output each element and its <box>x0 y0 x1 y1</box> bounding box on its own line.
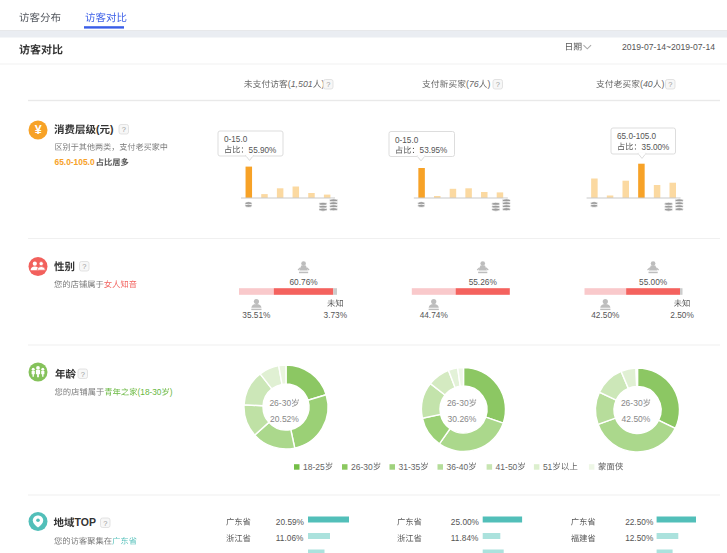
svg-text:(18-30: (18-30 <box>138 387 162 397</box>
svg-text:30.26%: 30.26% <box>448 414 477 424</box>
svg-text:20.52%: 20.52% <box>270 414 299 424</box>
svg-text:36-40: 36-40 <box>447 462 469 472</box>
svg-text:40: 40 <box>643 79 653 89</box>
svg-text:41-50: 41-50 <box>496 462 518 472</box>
svg-text:65.0-105.0: 65.0-105.0 <box>617 132 657 141</box>
svg-text:?: ? <box>103 519 107 528</box>
svg-text:0-15.0: 0-15.0 <box>224 135 248 144</box>
svg-text:26-30: 26-30 <box>621 398 643 408</box>
svg-text:22.50%: 22.50% <box>625 517 654 527</box>
svg-text:): ) <box>662 79 665 89</box>
svg-text:35.00%: 35.00% <box>642 143 670 152</box>
svg-text:11.84%: 11.84% <box>451 533 479 543</box>
svg-text:76: 76 <box>469 79 479 89</box>
svg-text:65.0-105.0: 65.0-105.0 <box>55 157 95 167</box>
svg-text:51: 51 <box>543 462 553 472</box>
svg-text:42.50%: 42.50% <box>591 310 620 320</box>
svg-text:1,501: 1,501 <box>291 79 313 89</box>
svg-text:2019-07-14~2019-07-14: 2019-07-14~2019-07-14 <box>622 42 715 52</box>
svg-text:): ) <box>170 387 173 397</box>
svg-text:12.50%: 12.50% <box>625 533 654 543</box>
svg-text:26-30: 26-30 <box>447 398 469 408</box>
svg-text:11.06%: 11.06% <box>276 533 304 543</box>
svg-text:31-35: 31-35 <box>399 462 421 472</box>
svg-text:?: ? <box>82 262 86 271</box>
svg-text:?: ? <box>496 80 500 89</box>
svg-text:55.90%: 55.90% <box>249 146 277 155</box>
svg-text:): ) <box>110 123 114 135</box>
svg-text:0-15.0: 0-15.0 <box>395 136 419 145</box>
svg-text:2.50%: 2.50% <box>670 310 694 320</box>
svg-text:26-30: 26-30 <box>351 462 373 472</box>
svg-text:25.00%: 25.00% <box>451 517 480 527</box>
svg-text:60.76%: 60.76% <box>290 277 319 287</box>
svg-text:42.50%: 42.50% <box>622 414 651 424</box>
svg-text:?: ? <box>122 125 126 134</box>
svg-text:?: ? <box>326 80 330 89</box>
svg-text:26-30: 26-30 <box>269 398 291 408</box>
svg-text:55.00%: 55.00% <box>639 277 668 287</box>
svg-text:35.51%: 35.51% <box>242 310 271 320</box>
svg-text:53.95%: 53.95% <box>420 146 448 155</box>
svg-text:3.73%: 3.73% <box>324 310 348 320</box>
svg-text:44.74%: 44.74% <box>420 310 449 320</box>
svg-text:?: ? <box>81 370 85 379</box>
svg-text:(: ( <box>96 123 100 135</box>
svg-text:?: ? <box>668 80 672 89</box>
svg-text:TOP: TOP <box>75 516 96 528</box>
svg-text:55.26%: 55.26% <box>469 277 498 287</box>
svg-text:): ) <box>488 79 491 89</box>
svg-text:18-25: 18-25 <box>303 462 325 472</box>
svg-text:¥: ¥ <box>35 123 42 137</box>
svg-text:20.59%: 20.59% <box>276 517 305 527</box>
